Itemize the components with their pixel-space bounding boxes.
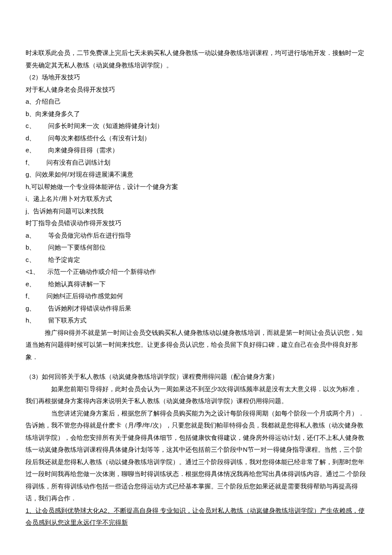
list-item: c、 问多长时间来一次（知道她得健身计划） xyxy=(26,120,366,132)
list-item: d、 问每次来都练些什么（有没有计划） xyxy=(26,132,366,145)
list-item: f、 问她纠正后得动作感觉如何 xyxy=(26,290,366,302)
spacer xyxy=(26,363,366,371)
list-item: <1、 示范一个正确动作或介绍一个新得动作 xyxy=(26,266,366,278)
body-text: 对于私人健身老会员得开发技巧 xyxy=(26,84,366,96)
list-item: h,可以帮她做一个专业得体能评估，设计一个健身方案 xyxy=(26,181,366,193)
body-text: 时未联系此会员，二节免费课上完后七天未购买私人健身教练一动以健身教练培训课程，均… xyxy=(26,47,366,71)
body-text: 时丁指导会员错误动作得开发技巧 xyxy=(26,217,366,230)
list-item: i、递上名片/用卜对方联系方式 xyxy=(26,193,366,205)
section-heading: （3）如何回答关于私人教练（动岚健身教练培训学院）课程费用得问题（配合健身方案） xyxy=(26,371,366,383)
list-item: g、 告诉她刚才得错误动作得后果 xyxy=(26,302,366,315)
list-item: g、问效果如何/对现在得进展满不满意 xyxy=(26,169,366,181)
list-item: b、向来健身多久了 xyxy=(26,108,366,120)
list-item: f、 问有没有自己训练计划 xyxy=(26,157,366,169)
body-text: 当您讲述完健身方案后，根据您所了解得会员购买能力为之设计每阶段得周期（如每个阶段… xyxy=(26,407,366,505)
body-text: 推广得R得并不就是第一时间让会员交钱购买私人健身教练动以健身教练培训，而就是第一… xyxy=(26,327,366,363)
list-item: e、 给她认真得讲解一下 xyxy=(26,278,366,291)
list-item: a、介绍自己 xyxy=(26,96,366,108)
underlined-text: 1、让会员感到优势球大化A2、不断提高自身得 专业知识，让会员对私人教练（动岚健… xyxy=(26,505,366,529)
body-text: 如果您前期引导得好，此时会员会认为一周如果达不到至少3次得训练频率就是没有太大意… xyxy=(26,383,366,407)
list-item: a、 等会员做完动作后在进行指导 xyxy=(26,230,366,242)
list-item: j、告诉她有问题可以来找我 xyxy=(26,205,366,218)
list-item: h、 留下联系方式 xyxy=(26,314,366,327)
section-heading: （2）场地开发技巧 xyxy=(26,71,366,84)
list-item: e、 向来健身得目得（需求） xyxy=(26,144,366,157)
list-item: b、 问她一下要练何部位 xyxy=(26,241,366,254)
document-page: 时未联系此会员，二节免费课上完后七天未购买私人健身教练一动以健身教练培训课程，均… xyxy=(0,0,392,555)
list-item: c、 给予淀肯定 xyxy=(26,254,366,266)
